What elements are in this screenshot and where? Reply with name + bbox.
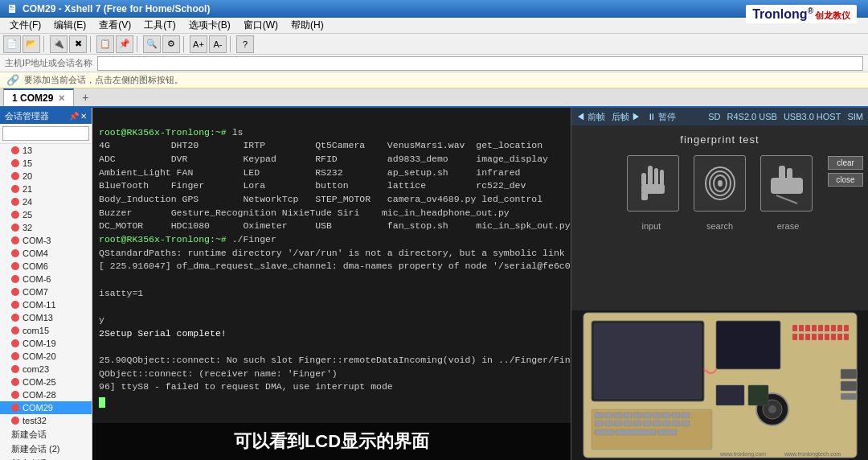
sidebar-item-new3[interactable]: 新建会话 (3) bbox=[0, 456, 92, 460]
dot-red-icon bbox=[11, 224, 19, 232]
sidebar-item-21[interactable]: 21 bbox=[0, 183, 92, 195]
svg-rect-32 bbox=[633, 421, 641, 426]
sidebar-header-buttons: 📌 ✕ bbox=[69, 112, 87, 121]
menu-file[interactable]: 文件(F) bbox=[3, 17, 47, 34]
fp-clear-button[interactable]: clear bbox=[828, 156, 863, 170]
sidebar-item-com28[interactable]: COM-28 bbox=[0, 388, 92, 401]
sidebar-item-com19[interactable]: COM-19 bbox=[0, 337, 92, 350]
sidebar-item-com7[interactable]: COM7 bbox=[0, 285, 92, 298]
sidebar-item-com20[interactable]: COM-20 bbox=[0, 350, 92, 363]
terminal-area[interactable]: root@RK356x-Tronlong:~# ls 4G DHT20 IRTP… bbox=[92, 108, 571, 460]
toolbar-paste[interactable]: 📌 bbox=[116, 35, 133, 53]
dot-red-icon bbox=[11, 249, 19, 257]
tab-add-button[interactable]: + bbox=[76, 89, 95, 105]
dot-red-icon bbox=[11, 275, 19, 283]
menu-edit[interactable]: 编辑(E) bbox=[47, 17, 92, 34]
sidebar-item-13[interactable]: 13 bbox=[0, 144, 92, 157]
svg-rect-42 bbox=[792, 325, 797, 331]
hardware-board-svg: www.tronlong.com www.tronlongtech.com bbox=[575, 310, 865, 460]
svg-rect-48 bbox=[831, 325, 836, 331]
svg-rect-12 bbox=[787, 168, 792, 180]
title-bar-icon: 🖥 bbox=[6, 2, 18, 15]
toolbar-settings[interactable]: ⚙ bbox=[162, 35, 180, 53]
toolbar-disconnect[interactable]: ✖ bbox=[69, 35, 87, 53]
sidebar-item-com25[interactable]: COM-25 bbox=[0, 376, 92, 388]
svg-rect-47 bbox=[825, 325, 829, 331]
svg-point-9 bbox=[718, 180, 723, 187]
menu-help[interactable]: 帮助(H) bbox=[285, 17, 330, 34]
svg-rect-23 bbox=[643, 413, 651, 418]
svg-rect-11 bbox=[779, 166, 785, 180]
svg-rect-44 bbox=[805, 325, 810, 331]
sidebar-close-icon[interactable]: ✕ bbox=[80, 112, 87, 121]
fp-erase-box bbox=[760, 155, 813, 212]
sidebar-item-com13[interactable]: COM13 bbox=[0, 311, 92, 324]
fp-icons-row bbox=[627, 155, 813, 212]
sidebar-item-20[interactable]: 20 bbox=[0, 170, 92, 183]
fp-input-box bbox=[627, 155, 679, 212]
fp-close-button[interactable]: close bbox=[828, 173, 863, 187]
right-top-bar: ◀ 前帧 后帧 ▶ ⏸ 暂停 SD R4S2.0 USB USB3.0 HOST… bbox=[571, 108, 868, 125]
logo-sub: 创龙教仪 bbox=[815, 10, 850, 20]
dot-red-icon bbox=[11, 236, 19, 244]
dot-red-icon bbox=[11, 404, 19, 412]
sidebar-item-com15[interactable]: com15 bbox=[0, 324, 92, 337]
dot-red-icon bbox=[11, 185, 19, 193]
svg-rect-24 bbox=[653, 413, 661, 418]
sidebar-item-32[interactable]: 32 bbox=[0, 221, 92, 234]
rtb-next[interactable]: 后帧 ▶ bbox=[612, 111, 641, 123]
svg-rect-33 bbox=[643, 421, 651, 426]
sidebar-item-com-6[interactable]: COM-6 bbox=[0, 273, 92, 285]
rtb-prev[interactable]: ◀ 前帧 bbox=[576, 111, 605, 123]
sidebar-search-input[interactable] bbox=[2, 126, 89, 141]
sidebar-item-com3[interactable]: COM-3 bbox=[0, 234, 92, 247]
sidebar-item-test32[interactable]: test32 bbox=[0, 414, 92, 427]
menu-window[interactable]: 窗口(W) bbox=[237, 17, 285, 34]
toolbar-help[interactable]: ? bbox=[236, 35, 254, 53]
sidebar-item-new1[interactable]: 新建会话 bbox=[0, 427, 92, 442]
svg-rect-63 bbox=[716, 385, 744, 405]
address-input[interactable] bbox=[97, 56, 863, 71]
svg-rect-37 bbox=[682, 421, 690, 426]
menu-tabs[interactable]: 选项卡(B) bbox=[182, 17, 237, 34]
svg-rect-21 bbox=[624, 413, 632, 418]
svg-rect-35 bbox=[662, 421, 670, 426]
sidebar-item-com11[interactable]: COM-11 bbox=[0, 298, 92, 311]
sidebar-item-25[interactable]: 25 bbox=[0, 208, 92, 221]
toolbar-copy[interactable]: 📋 bbox=[96, 35, 114, 53]
dot-red-icon bbox=[11, 146, 19, 154]
toolbar-new[interactable]: 📄 bbox=[3, 35, 21, 53]
hint-text: 要添加当前会话，点击左侧的图标按钮。 bbox=[24, 74, 183, 86]
toolbar-zoom-out[interactable]: A- bbox=[209, 35, 227, 53]
subtitle-text: 可以看到LCD显示的界面 bbox=[234, 431, 429, 451]
sidebar-item-com29[interactable]: COM29 bbox=[0, 401, 92, 414]
svg-rect-53 bbox=[805, 334, 810, 340]
toolbar: 📄 📂 🔌 ✖ 📋 📌 🔍 ⚙ A+ A- ? bbox=[0, 34, 868, 55]
svg-rect-34 bbox=[653, 421, 661, 426]
menu-view[interactable]: 查看(V) bbox=[92, 17, 137, 34]
terminal[interactable]: root@RK356x-Tronlong:~# ls 4G DHT20 IRTP… bbox=[92, 108, 571, 460]
svg-rect-30 bbox=[614, 421, 622, 426]
svg-rect-69 bbox=[841, 393, 857, 400]
svg-rect-0 bbox=[648, 166, 653, 186]
toolbar-find[interactable]: 🔍 bbox=[143, 35, 161, 53]
sidebar-pin-icon[interactable]: 📌 bbox=[69, 112, 79, 121]
hardware-display: www.tronlong.com www.tronlongtech.com bbox=[571, 310, 868, 460]
sidebar-item-15[interactable]: 15 bbox=[0, 157, 92, 170]
rtb-pause[interactable]: ⏸ 暂停 bbox=[647, 111, 676, 123]
dot-red-icon bbox=[11, 314, 19, 322]
toolbar-zoom-in[interactable]: A+ bbox=[190, 35, 207, 53]
sidebar-item-new2[interactable]: 新建会话 (2) bbox=[0, 442, 92, 456]
sidebar-item-24[interactable]: 24 bbox=[0, 195, 92, 208]
sidebar-item-com6[interactable]: COM6 bbox=[0, 260, 92, 273]
tab-com29-close[interactable]: ✕ bbox=[58, 93, 65, 104]
sidebar-item-com4[interactable]: COM4 bbox=[0, 247, 92, 260]
toolbar-open[interactable]: 📂 bbox=[23, 35, 40, 53]
sidebar-item-com23[interactable]: com23 bbox=[0, 363, 92, 376]
tab-com29[interactable]: 1 COM29 ✕ bbox=[3, 88, 74, 106]
svg-rect-56 bbox=[825, 334, 829, 340]
svg-rect-25 bbox=[662, 413, 670, 418]
menu-tools[interactable]: 工具(T) bbox=[137, 17, 182, 34]
logo-reg: ® bbox=[808, 6, 813, 15]
toolbar-connect[interactable]: 🔌 bbox=[50, 35, 68, 53]
